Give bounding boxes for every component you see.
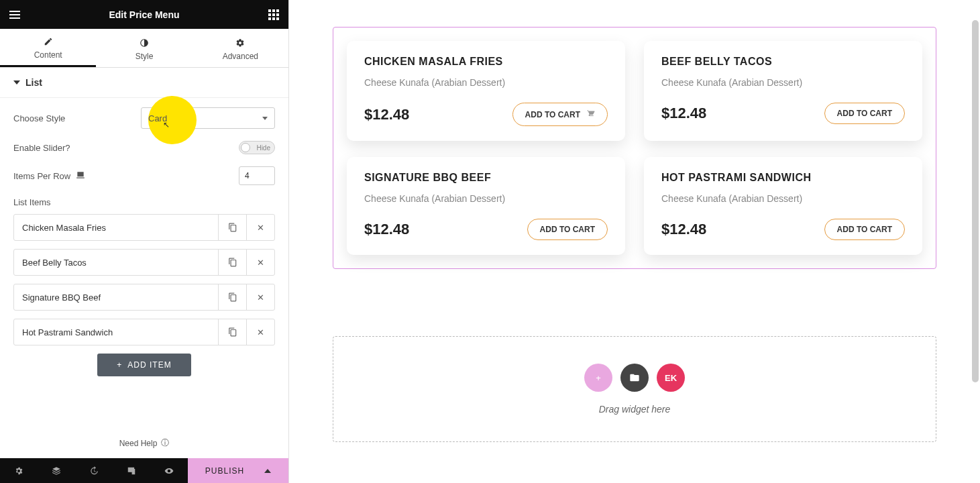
ek-button[interactable]: EK bbox=[657, 364, 685, 392]
plus-icon: + bbox=[117, 360, 122, 370]
list-item[interactable]: Beef Belly Tacos ✕ bbox=[13, 249, 275, 276]
cart-btn-label: ADD TO CART bbox=[525, 110, 580, 119]
responsive-icon[interactable] bbox=[113, 458, 150, 483]
history-icon[interactable] bbox=[75, 458, 113, 483]
tab-label: Style bbox=[135, 52, 154, 61]
help-icon: ⓘ bbox=[161, 437, 169, 449]
label-list-items: List Items bbox=[13, 197, 275, 207]
duplicate-button[interactable] bbox=[218, 215, 246, 240]
card-subtitle: Cheese Kunafa (Arabian Dessert) bbox=[661, 193, 905, 204]
delete-button[interactable]: ✕ bbox=[246, 250, 274, 275]
section-toggle-list[interactable]: List bbox=[0, 68, 288, 98]
duplicate-button[interactable] bbox=[218, 284, 246, 310]
toggle-value: Hide bbox=[256, 144, 270, 152]
cart-btn-label: ADD TO CART bbox=[540, 225, 595, 234]
tab-label: Advanced bbox=[223, 52, 258, 61]
publish-label: PUBLISH bbox=[205, 466, 244, 476]
card-title: BEEF BELLY TACOS bbox=[661, 56, 905, 68]
help-text: Need Help bbox=[119, 439, 158, 448]
price-menu-widget[interactable]: CHICKEN MASALA FRIES Cheese Kunafa (Arab… bbox=[333, 27, 936, 269]
delete-button[interactable]: ✕ bbox=[246, 284, 274, 310]
row-items-per-row: Items Per Row 4 bbox=[13, 166, 275, 185]
card-footer: $12.48 ADD TO CART bbox=[661, 219, 905, 240]
label-items-per-row: Items Per Row bbox=[13, 170, 85, 182]
delete-button[interactable]: ✕ bbox=[246, 215, 274, 240]
list-item-name: Beef Belly Tacos bbox=[14, 250, 218, 275]
bottombar: PUBLISH bbox=[0, 458, 288, 483]
canvas-inner: CHICKEN MASALA FRIES Cheese Kunafa (Arab… bbox=[333, 27, 936, 442]
tab-advanced[interactable]: Advanced bbox=[193, 29, 288, 67]
card-title: HOT PASTRAMI SANDWICH bbox=[661, 172, 905, 184]
ipr-text: Items Per Row bbox=[13, 171, 70, 181]
delete-button[interactable]: ✕ bbox=[246, 319, 274, 345]
app-root: Edit Price Menu Content Style Advanced L… bbox=[0, 0, 980, 483]
list-item[interactable]: Hot Pastrami Sandwich ✕ bbox=[13, 319, 275, 345]
list-item[interactable]: Signature BBQ Beef ✕ bbox=[13, 284, 275, 311]
cart-btn-label: ADD TO CART bbox=[837, 225, 892, 234]
menu-card: SIGNATURE BBQ BEEF Cheese Kunafa (Arabia… bbox=[347, 157, 625, 255]
chevron-up-icon bbox=[264, 469, 271, 473]
menu-card: BEEF BELLY TACOS Cheese Kunafa (Arabian … bbox=[644, 41, 922, 141]
publish-button[interactable]: PUBLISH bbox=[188, 458, 288, 483]
card-footer: $12.48 ADD TO CART bbox=[661, 103, 905, 124]
add-section-button[interactable]: + bbox=[584, 364, 612, 392]
add-item-button[interactable]: + ADD ITEM bbox=[97, 354, 191, 376]
card-title: SIGNATURE BBQ BEEF bbox=[364, 172, 608, 184]
choose-style-select[interactable]: Card ↖ bbox=[141, 107, 275, 129]
cart-btn-label: ADD TO CART bbox=[837, 109, 892, 118]
add-to-cart-button[interactable]: ADD TO CART bbox=[824, 103, 905, 124]
list-item-name: Chicken Masala Fries bbox=[14, 215, 218, 240]
add-to-cart-button[interactable]: ADD TO CART bbox=[824, 219, 905, 240]
list-item[interactable]: Chicken Masala Fries ✕ bbox=[13, 214, 275, 241]
editor-sidebar: Edit Price Menu Content Style Advanced L… bbox=[0, 0, 289, 483]
navigator-icon[interactable] bbox=[38, 458, 75, 483]
menu-icon[interactable] bbox=[9, 11, 20, 19]
label-choose-style: Choose Style bbox=[13, 113, 65, 123]
cart-icon bbox=[586, 109, 595, 120]
items-per-row-input[interactable]: 4 bbox=[239, 166, 275, 185]
settings-icon[interactable] bbox=[0, 458, 38, 483]
card-price: $12.48 bbox=[364, 106, 409, 123]
card-title: CHICKEN MASALA FRIES bbox=[364, 56, 608, 68]
section-title: List bbox=[25, 77, 42, 88]
sidebar-header: Edit Price Menu bbox=[0, 0, 288, 29]
tab-style[interactable]: Style bbox=[96, 29, 192, 67]
card-subtitle: Cheese Kunafa (Arabian Dessert) bbox=[364, 77, 608, 88]
scrollbar[interactable] bbox=[972, 20, 979, 382]
menu-card: HOT PASTRAMI SANDWICH Cheese Kunafa (Ara… bbox=[644, 157, 922, 255]
ipr-value: 4 bbox=[245, 171, 250, 180]
add-to-cart-button[interactable]: ADD TO CART bbox=[527, 219, 608, 240]
tab-content[interactable]: Content bbox=[0, 29, 96, 67]
card-footer: $12.48 ADD TO CART bbox=[364, 219, 608, 240]
add-to-cart-button[interactable]: ADD TO CART bbox=[512, 103, 608, 126]
controls: Choose Style Card ↖ Enable Slider? Hide bbox=[0, 98, 288, 386]
list-item-name: Signature BBQ Beef bbox=[14, 284, 218, 310]
desktop-icon[interactable] bbox=[76, 170, 85, 182]
select-value: Card bbox=[148, 113, 167, 123]
preview-icon[interactable] bbox=[150, 458, 188, 483]
page-title: Edit Price Menu bbox=[109, 9, 179, 20]
enable-slider-toggle[interactable]: Hide bbox=[239, 141, 275, 154]
dropzone-text: Drag widget here bbox=[599, 404, 671, 415]
dropzone-icons: + EK bbox=[584, 364, 685, 392]
label-enable-slider: Enable Slider? bbox=[13, 143, 70, 153]
contrast-icon bbox=[140, 38, 149, 48]
pencil-icon bbox=[44, 37, 53, 46]
row-choose-style: Choose Style Card ↖ bbox=[13, 107, 275, 129]
tab-label: Content bbox=[34, 50, 62, 60]
duplicate-button[interactable] bbox=[218, 319, 246, 345]
template-button[interactable] bbox=[620, 364, 649, 392]
apps-icon[interactable] bbox=[268, 9, 279, 20]
help-link[interactable]: Need Help ⓘ bbox=[0, 428, 288, 458]
dropzone[interactable]: + EK Drag widget here bbox=[333, 336, 936, 442]
list-item-name: Hot Pastrami Sandwich bbox=[14, 319, 218, 345]
gear-icon bbox=[235, 38, 245, 48]
card-footer: $12.48 ADD TO CART bbox=[364, 103, 608, 126]
card-price: $12.48 bbox=[364, 221, 409, 238]
duplicate-button[interactable] bbox=[218, 250, 246, 275]
add-item-label: ADD ITEM bbox=[127, 360, 171, 370]
canvas[interactable]: CHICKEN MASALA FRIES Cheese Kunafa (Arab… bbox=[289, 0, 980, 483]
caret-down-icon bbox=[13, 80, 20, 85]
card-subtitle: Cheese Kunafa (Arabian Dessert) bbox=[364, 193, 608, 204]
card-subtitle: Cheese Kunafa (Arabian Dessert) bbox=[661, 77, 905, 88]
